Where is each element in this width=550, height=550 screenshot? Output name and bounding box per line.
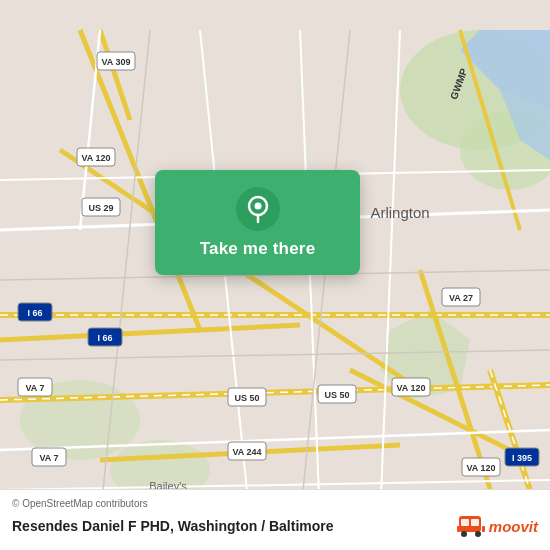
svg-text:VA 244: VA 244 [232, 447, 261, 457]
svg-point-66 [254, 202, 261, 209]
svg-text:VA 120: VA 120 [81, 153, 110, 163]
svg-text:US 29: US 29 [88, 203, 113, 213]
svg-rect-74 [482, 526, 485, 532]
moovit-brand-text: moovit [489, 518, 538, 535]
svg-text:VA 7: VA 7 [39, 453, 58, 463]
moovit-logo: moovit [457, 512, 538, 540]
svg-point-71 [461, 531, 467, 537]
svg-rect-70 [471, 519, 479, 526]
svg-rect-73 [457, 526, 460, 532]
place-title: Resendes Daniel F PHD, Washington / Balt… [12, 518, 334, 534]
location-icon-wrapper [236, 187, 280, 231]
action-card[interactable]: Take me there [155, 170, 360, 275]
svg-text:VA 120: VA 120 [466, 463, 495, 473]
map-attribution: © OpenStreetMap contributors [12, 498, 538, 509]
svg-point-72 [475, 531, 481, 537]
map-container: VA 309 VA 120 US 29 I 66 I 66 VA 7 VA 7 … [0, 0, 550, 550]
svg-text:US 50: US 50 [324, 390, 349, 400]
map-svg: VA 309 VA 120 US 29 I 66 I 66 VA 7 VA 7 … [0, 0, 550, 550]
location-pin-icon [245, 195, 271, 223]
take-me-there-button[interactable]: Take me there [200, 239, 316, 259]
svg-text:US 50: US 50 [234, 393, 259, 403]
moovit-bus-icon [457, 512, 485, 540]
svg-text:I 66: I 66 [97, 333, 112, 343]
bottom-row: Resendes Daniel F PHD, Washington / Balt… [12, 512, 538, 540]
svg-text:VA 7: VA 7 [25, 383, 44, 393]
svg-text:VA 309: VA 309 [101, 57, 130, 67]
svg-text:I 395: I 395 [512, 453, 532, 463]
svg-text:VA 120: VA 120 [396, 383, 425, 393]
bottom-bar: © OpenStreetMap contributors Resendes Da… [0, 489, 550, 550]
svg-rect-69 [461, 519, 469, 526]
svg-text:I 66: I 66 [27, 308, 42, 318]
svg-text:VA 27: VA 27 [449, 293, 473, 303]
svg-text:Arlington: Arlington [370, 204, 429, 221]
